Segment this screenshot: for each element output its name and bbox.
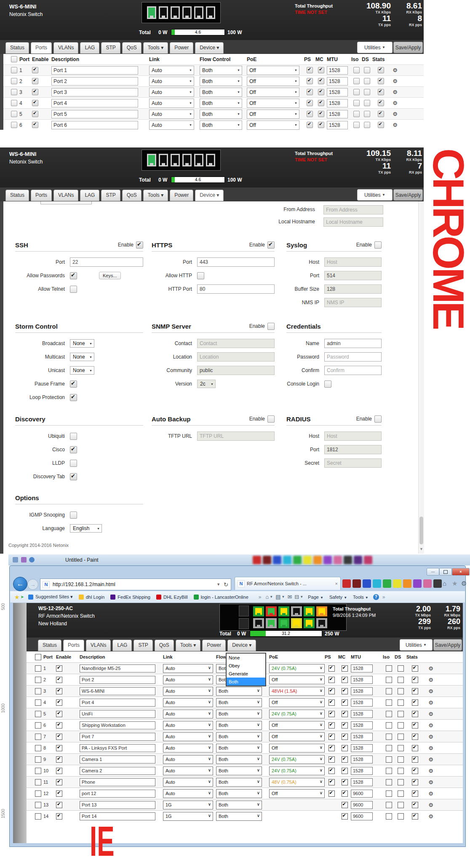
enable-checkbox[interactable] xyxy=(56,802,62,808)
tab-qos[interactable]: QoS xyxy=(122,190,142,201)
mtu-input[interactable]: 1528 xyxy=(327,77,348,86)
ds-checkbox[interactable] xyxy=(398,745,404,751)
dropdown-option-both[interactable]: Both xyxy=(227,678,265,686)
link-select[interactable]: Auto xyxy=(163,675,213,684)
port-settings-gear-icon[interactable]: ⚙ xyxy=(393,100,398,106)
ds-checkbox[interactable] xyxy=(398,688,404,694)
enable-checkbox[interactable] xyxy=(56,734,62,740)
tab-device[interactable]: Device ▾ xyxy=(227,640,256,651)
port-settings-gear-icon[interactable]: ⚙ xyxy=(393,67,398,73)
poe-select[interactable]: Off xyxy=(269,744,325,753)
tab-lag[interactable]: LAG xyxy=(80,190,99,201)
stats-checkbox[interactable] xyxy=(412,688,418,694)
tab-device[interactable]: Device ▾ xyxy=(195,190,224,201)
unicast-select[interactable]: None xyxy=(70,366,94,375)
iso-checkbox[interactable] xyxy=(353,111,360,117)
flow-control-select[interactable]: Both xyxy=(216,710,262,718)
link-select[interactable]: Auto xyxy=(163,744,213,753)
flow-control-open-dropdown[interactable]: NoneObeyGenerateBoth xyxy=(226,653,266,686)
refresh-icon[interactable]: ↻ xyxy=(224,581,228,588)
scrollbar-thumb[interactable] xyxy=(419,517,423,544)
mc-checkbox[interactable] xyxy=(342,688,348,694)
port-settings-gear-icon[interactable]: ⚙ xyxy=(428,734,433,739)
tab-power[interactable]: Power xyxy=(202,640,226,651)
ps-checkbox[interactable] xyxy=(328,734,335,740)
utilities-button[interactable]: Utilities ▼ xyxy=(357,42,393,53)
mc-checkbox[interactable] xyxy=(342,813,348,820)
description-input[interactable]: Shipping Workstation xyxy=(80,721,155,729)
ps-checkbox[interactable] xyxy=(328,722,335,729)
from-address-input[interactable]: From Address xyxy=(323,205,383,214)
iso-checkbox[interactable] xyxy=(386,813,392,820)
ds-checkbox[interactable] xyxy=(364,111,370,117)
enable-checkbox[interactable] xyxy=(267,323,275,330)
link-select[interactable]: Auto xyxy=(149,110,194,119)
ds-checkbox[interactable] xyxy=(398,756,404,763)
flow-control-select[interactable]: Both xyxy=(200,77,242,86)
tab-power[interactable]: Power xyxy=(170,190,193,201)
flow-control-select[interactable]: Both xyxy=(216,812,262,821)
iso-checkbox[interactable] xyxy=(353,100,360,106)
url-text[interactable]: http://192.168.1.2/main.html xyxy=(53,581,216,587)
row-select-checkbox[interactable] xyxy=(11,122,17,128)
tftp-url-input[interactable]: TFTP URL xyxy=(197,431,275,441)
poe-select[interactable]: Off xyxy=(269,732,325,741)
tab-close-icon[interactable]: × xyxy=(335,581,338,586)
link-select[interactable]: 1G xyxy=(163,801,213,809)
port-settings-gear-icon[interactable]: ⚙ xyxy=(428,711,433,717)
link-select[interactable]: Auto xyxy=(149,77,194,86)
mtu-input[interactable]: 1528 xyxy=(351,721,373,729)
flow-control-select[interactable]: Both xyxy=(200,121,242,130)
version-select[interactable]: 2c xyxy=(197,380,216,388)
stats-checkbox[interactable] xyxy=(378,111,384,117)
ds-checkbox[interactable] xyxy=(398,665,404,672)
scrollbar-down-arrow[interactable]: ▼ xyxy=(419,547,424,551)
browser-tab[interactable]: N RF Armor/Netonix Switch - ... × xyxy=(235,577,341,590)
favorite-dhl-login[interactable]: dhl Login xyxy=(79,595,105,600)
description-input[interactable]: Port 13 xyxy=(80,801,155,809)
mtu-input[interactable]: 1528 xyxy=(327,121,348,129)
feed-icon[interactable]: ▤ xyxy=(275,594,280,600)
save-apply-button[interactable]: Save/Apply xyxy=(393,42,423,53)
enable-checkbox[interactable] xyxy=(56,665,62,672)
iso-checkbox[interactable] xyxy=(353,78,360,84)
iso-checkbox[interactable] xyxy=(386,734,392,740)
iso-checkbox[interactable] xyxy=(386,677,392,683)
stats-checkbox[interactable] xyxy=(412,722,418,729)
maximize-button[interactable] xyxy=(439,568,452,576)
flow-control-select[interactable]: Both xyxy=(216,744,262,753)
port-settings-gear-icon[interactable]: ⚙ xyxy=(428,723,433,728)
mtu-input[interactable]: 1528 xyxy=(327,110,348,118)
row-select-checkbox[interactable] xyxy=(35,779,41,785)
mtu-input[interactable]: 1528 xyxy=(351,733,373,741)
mtu-input[interactable]: 1528 xyxy=(327,99,348,107)
ps-checkbox[interactable] xyxy=(328,665,335,672)
allow-telnet-checkbox[interactable] xyxy=(70,286,77,293)
flow-control-select[interactable]: Both xyxy=(200,88,242,97)
poe-select[interactable]: 48VH (1.5A) xyxy=(269,687,325,696)
ps-checkbox[interactable] xyxy=(328,745,335,751)
link-select[interactable]: Auto xyxy=(149,66,194,75)
minimize-button[interactable]: — xyxy=(427,568,439,576)
poe-select[interactable]: Off xyxy=(247,77,299,86)
tab-vlans[interactable]: VLANs xyxy=(86,640,111,651)
mail-icon[interactable]: ✉ xyxy=(287,594,292,600)
ds-checkbox[interactable] xyxy=(364,122,370,128)
favorite-dhl-ezybill[interactable]: DHL EzyBill xyxy=(156,595,188,600)
description-input[interactable]: Port 3 xyxy=(51,88,138,96)
row-select-checkbox[interactable] xyxy=(35,802,41,808)
iso-checkbox[interactable] xyxy=(386,790,392,797)
row-select-checkbox[interactable] xyxy=(35,677,41,683)
home-icon[interactable]: ⌂ xyxy=(265,594,269,600)
row-select-checkbox[interactable] xyxy=(11,100,17,106)
poe-select[interactable]: 24V (0.75A) xyxy=(269,664,325,673)
mc-checkbox[interactable] xyxy=(342,734,348,740)
description-input[interactable]: Port 1 xyxy=(51,66,138,75)
iso-checkbox[interactable] xyxy=(386,768,392,774)
iso-checkbox[interactable] xyxy=(386,711,392,717)
partial-input[interactable] xyxy=(40,201,92,204)
ds-checkbox[interactable] xyxy=(398,677,404,683)
contact-input[interactable]: Contact xyxy=(197,339,275,348)
port-settings-gear-icon[interactable]: ⚙ xyxy=(393,89,398,95)
link-select[interactable]: Auto xyxy=(163,766,213,775)
